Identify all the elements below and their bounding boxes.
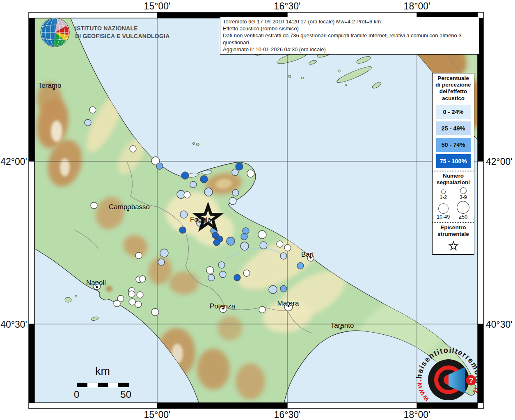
- report-point: [114, 300, 120, 307]
- legend-signals-title: Numero segnalazioni: [433, 173, 474, 187]
- legend-epicenter-title: Epicentro strumentale: [433, 224, 474, 238]
- report-point: [200, 176, 208, 183]
- report-point: [259, 306, 266, 313]
- city-label: Matera: [277, 299, 299, 307]
- report-point: [85, 119, 91, 126]
- report-point: [297, 262, 304, 269]
- ingv-globe-icon: [39, 16, 71, 48]
- earthquake-map-page: TeramoCampobassoFoggiaNapoliPotenzaMater…: [0, 0, 515, 420]
- report-point: [135, 252, 142, 259]
- event-updated: Aggiornato il: 10-01-2026 04:30 (ora loc…: [223, 46, 476, 53]
- legend-size-10-49: 10-49: [433, 201, 453, 220]
- report-point: [139, 276, 146, 282]
- report-point: [243, 270, 250, 276]
- report-point: [220, 271, 226, 278]
- axis-bottom-2: 16°30': [274, 409, 301, 420]
- report-point: [206, 267, 214, 274]
- ingv-name: ISTITUTO NAZIONALE DI GEOFISICA E VULCAN…: [75, 25, 169, 40]
- legend-signals-section: Numero segnalazioni 1-2 3-9 10-49 ≥50: [433, 171, 474, 222]
- axis-right-1: 42°00': [486, 156, 513, 167]
- legend-epicenter-section: Epicentro strumentale: [433, 222, 474, 251]
- report-point: [128, 291, 135, 297]
- legend-size-1-2: 1-2: [433, 187, 453, 200]
- axis-top-3: 18°00': [404, 1, 430, 12]
- report-point: [260, 242, 267, 249]
- legend-perception-title: Percentuale di percezione dell'effetto a…: [433, 73, 474, 103]
- report-point: [137, 292, 143, 298]
- legend-class-50-74: 50 - 74%: [436, 138, 471, 152]
- report-point: [232, 189, 239, 196]
- legend-size-3-9: 3-9: [453, 187, 474, 200]
- report-point: [204, 188, 213, 196]
- report-point: [258, 231, 266, 239]
- report-point: [241, 233, 247, 240]
- report-point: [227, 237, 235, 245]
- epicenter-legend-star-icon: [448, 240, 459, 251]
- report-point: [180, 211, 188, 218]
- city-label: Napoli: [86, 279, 106, 287]
- scale-bar: km 0 50: [74, 365, 131, 400]
- legend-size-50plus: ≥50: [453, 201, 474, 220]
- report-point: [179, 227, 186, 233]
- ingv-name-line2: DI GEOFISICA E VULCANOLOGIA: [75, 32, 169, 40]
- city-label: Campobasso: [109, 203, 150, 211]
- scale-unit: km: [74, 365, 131, 378]
- terrain: TeramoCampobassoFoggiaNapoliPotenzaMater…: [33, 17, 497, 408]
- event-info-box: Terremoto del 17-09-2010 14:20:17 (ora l…: [220, 17, 479, 55]
- scale-bar-segments: [77, 383, 129, 387]
- axis-right-2: 40°30': [486, 319, 513, 330]
- axis-top-1: 15°00': [144, 1, 171, 12]
- axis-top-2: 16°30': [274, 1, 301, 12]
- report-point: [151, 308, 159, 316]
- event-data-note: Dati non verificati estratti da 736 ques…: [223, 32, 476, 46]
- report-point: [280, 253, 287, 259]
- city-label: Teramo: [38, 82, 62, 89]
- axis-left-1: 42°00': [0, 156, 27, 167]
- event-effect: Effetto acustico (rombo sismico): [223, 25, 476, 32]
- axis-left-2: 40°30': [0, 319, 27, 330]
- axis-bottom-3: 18°00': [404, 409, 430, 420]
- report-point: [280, 285, 287, 292]
- report-point: [232, 169, 238, 176]
- legend-class-0-24: 0 - 24%: [436, 105, 471, 119]
- ingv-logo: ISTITUTO NAZIONALE DI GEOFISICA E VULCAN…: [39, 16, 169, 48]
- report-point: [218, 262, 225, 268]
- report-point: [190, 181, 197, 188]
- axis-bottom-1: 15°00': [144, 409, 171, 420]
- report-point: [234, 274, 240, 281]
- report-point: [89, 107, 96, 113]
- event-title: Terremoto del 17-09-2010 14:20:17 (ora l…: [223, 18, 476, 25]
- report-point: [91, 202, 97, 209]
- report-point: [284, 244, 291, 251]
- legend-class-75-100: 75 - 100%: [436, 154, 471, 168]
- report-point: [213, 239, 220, 246]
- scale-end: 50: [120, 389, 131, 400]
- report-point: [184, 192, 190, 198]
- report-point: [181, 172, 189, 179]
- report-point: [269, 285, 277, 294]
- ingv-name-line1: ISTITUTO NAZIONALE: [75, 25, 169, 32]
- legend-class-25-49: 25 - 49%: [436, 121, 471, 135]
- report-point: [240, 242, 249, 250]
- report-point: [135, 301, 142, 308]
- scale-start: 0: [74, 389, 79, 400]
- report-point: [129, 299, 135, 305]
- report-point: [277, 241, 283, 247]
- report-point: [229, 197, 236, 205]
- city-label: Potenza: [210, 302, 236, 310]
- legend-panel: Percentuale di percezione dell'effetto a…: [432, 73, 474, 255]
- report-point: [160, 249, 168, 257]
- report-point: [130, 146, 136, 152]
- report-point: [156, 163, 163, 169]
- svg-text:?: ?: [469, 377, 474, 385]
- city-label: Taranto: [331, 322, 354, 329]
- report-point: [247, 170, 254, 177]
- city-label: Bari: [301, 251, 314, 258]
- report-point: [208, 274, 215, 281]
- report-point: [158, 259, 165, 265]
